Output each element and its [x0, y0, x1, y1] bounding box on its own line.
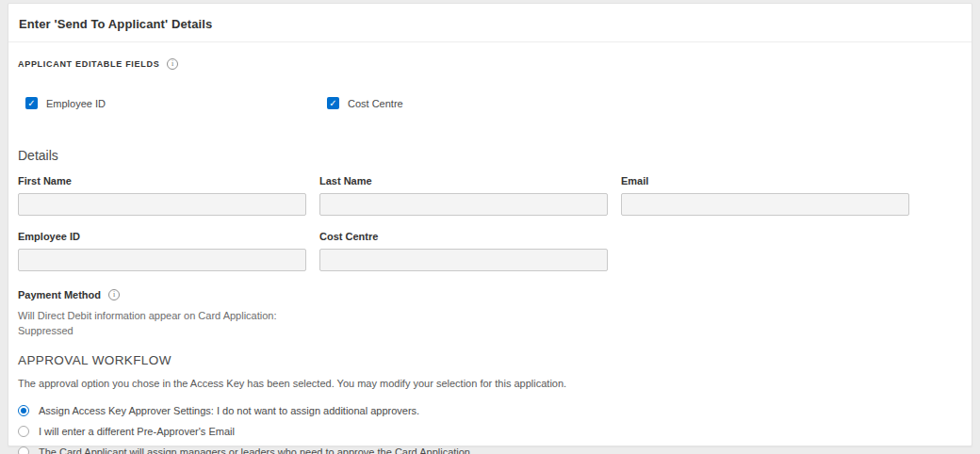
- field-label: Last Name: [319, 175, 608, 186]
- field-first-name: First Name: [18, 175, 306, 216]
- radio-selected-icon[interactable]: [18, 405, 29, 416]
- payment-method-text: Will Direct Debit information appear on …: [18, 309, 962, 339]
- editable-fields-checkbox-row: ✓ Employee ID ✓ Cost Centre: [18, 97, 962, 109]
- radio-applicant-assigns-approvers[interactable]: The Card Applicant will assign managers …: [18, 446, 962, 454]
- applicant-editable-fields-heading: APPLICANT EDITABLE FIELDS i: [18, 58, 962, 70]
- field-cost-centre: Cost Centre: [319, 231, 608, 271]
- employee-id-input[interactable]: [18, 249, 306, 271]
- radio-unselected-icon[interactable]: [18, 426, 29, 437]
- checkbox-checked-icon[interactable]: ✓: [327, 97, 339, 109]
- page-title: Enter 'Send To Applicant' Details: [19, 17, 962, 31]
- checkbox-checked-icon[interactable]: ✓: [25, 97, 38, 109]
- details-heading: Details: [18, 148, 962, 163]
- field-employee-id: Employee ID: [18, 231, 306, 271]
- radio-label: I will enter a different Pre-Approver's …: [39, 426, 235, 437]
- payment-method-heading: Payment Method i: [18, 289, 962, 300]
- checkbox-label: Employee ID: [46, 98, 106, 109]
- info-icon[interactable]: i: [108, 289, 120, 300]
- info-icon[interactable]: i: [167, 58, 178, 70]
- radio-label: Assign Access Key Approver Settings: I d…: [39, 405, 419, 416]
- grid-spacer: [621, 231, 909, 271]
- checkbox-cost-centre[interactable]: ✓ Cost Centre: [319, 97, 608, 109]
- card-header: Enter 'Send To Applicant' Details: [8, 4, 972, 42]
- field-email: Email: [621, 175, 909, 216]
- radio-different-pre-approver-email[interactable]: I will enter a different Pre-Approver's …: [18, 426, 962, 437]
- radio-access-key-approver-settings[interactable]: Assign Access Key Approver Settings: I d…: [18, 405, 962, 416]
- field-label: Employee ID: [18, 231, 306, 242]
- radio-label: The Card Applicant will assign managers …: [39, 446, 473, 454]
- last-name-input[interactable]: [319, 193, 608, 216]
- send-to-applicant-card: Enter 'Send To Applicant' Details APPLIC…: [8, 3, 972, 446]
- payment-method-label: Payment Method: [18, 289, 101, 300]
- card-content: APPLICANT EDITABLE FIELDS i ✓ Employee I…: [8, 58, 972, 454]
- checkbox-employee-id[interactable]: ✓ Employee ID: [18, 97, 306, 109]
- approval-workflow-description: The approval option you chose in the Acc…: [18, 378, 962, 389]
- applicant-editable-fields-label: APPLICANT EDITABLE FIELDS: [18, 59, 159, 69]
- radio-unselected-icon[interactable]: [18, 446, 29, 454]
- field-label: Email: [621, 175, 909, 186]
- checkbox-label: Cost Centre: [348, 98, 403, 109]
- approval-workflow-heading: APPROVAL WORKFLOW: [18, 353, 962, 367]
- field-label: Cost Centre: [319, 231, 608, 242]
- email-input[interactable]: [621, 193, 909, 216]
- cost-centre-input[interactable]: [319, 249, 608, 271]
- first-name-input[interactable]: [18, 193, 306, 216]
- details-form-grid: First Name Last Name Email Employee ID C…: [18, 175, 962, 271]
- field-label: First Name: [18, 175, 306, 186]
- field-last-name: Last Name: [319, 175, 608, 216]
- direct-debit-question: Will Direct Debit information appear on …: [18, 309, 962, 324]
- approval-workflow-radio-group: Assign Access Key Approver Settings: I d…: [18, 405, 962, 454]
- direct-debit-answer: Suppressed: [18, 324, 962, 339]
